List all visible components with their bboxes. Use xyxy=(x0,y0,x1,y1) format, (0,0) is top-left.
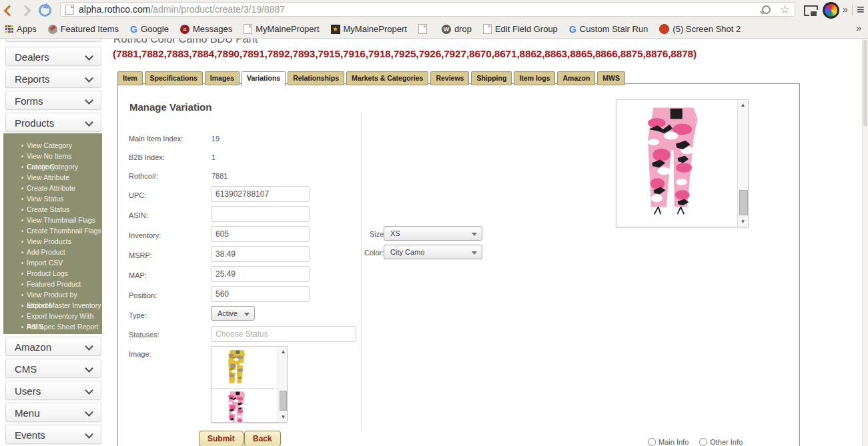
main-item-index-value: 19 xyxy=(211,135,220,143)
scrollbar-thumb[interactable] xyxy=(280,391,287,411)
sidebar-item-forms[interactable]: Forms xyxy=(5,91,101,110)
sidebar-subitem-create-status[interactable]: Create Status xyxy=(3,204,102,215)
tab-mws[interactable]: MWS xyxy=(597,71,625,85)
page-scrollbar[interactable] xyxy=(862,39,868,446)
tab-variations[interactable]: Variations xyxy=(242,71,286,87)
scroll-down-icon[interactable]: ▼ xyxy=(278,414,288,420)
bookmark-label: drop xyxy=(454,24,472,34)
bookmark-apps[interactable]: Apps xyxy=(5,24,37,34)
sidebar-subitem-view-products[interactable]: View Products xyxy=(3,236,102,247)
msrp-field[interactable] xyxy=(211,246,310,262)
profile-avatar[interactable] xyxy=(823,2,839,19)
url-bar[interactable]: alpha.rothco.com /admin/product/create/3… xyxy=(60,2,795,17)
scroll-down-icon[interactable]: ▼ xyxy=(738,219,748,225)
bookmark-featured-items[interactable]: Featured Items xyxy=(48,24,119,34)
asin-field[interactable] xyxy=(211,206,310,222)
forward-icon[interactable] xyxy=(21,7,29,15)
messages-icon: ≡ xyxy=(180,25,189,34)
type-select[interactable]: Active xyxy=(211,306,255,321)
reload-icon[interactable] xyxy=(39,4,51,17)
tab-relationships[interactable]: Relationships xyxy=(288,71,344,85)
product-image-pink-camo-pants xyxy=(635,105,712,217)
bookmark-mymaineproperty-1[interactable]: MyMainePropert xyxy=(244,24,319,34)
google-g-icon: G xyxy=(130,24,137,35)
image-scrollbar[interactable]: ▲ ▼ xyxy=(737,100,748,227)
sidebar-subitem-view-no-items-category[interactable]: View No Items Category xyxy=(3,151,102,161)
radio-icon[interactable] xyxy=(648,438,656,446)
sidebar-item-dealers[interactable]: Dealers xyxy=(5,47,101,66)
sidebar-item-users[interactable]: Users xyxy=(5,381,101,400)
back-icon[interactable] xyxy=(5,7,13,15)
back-button[interactable]: Back xyxy=(244,431,281,446)
sidebar-subitem-view-thumbnail-flags[interactable]: View Thumbnail Flags xyxy=(3,215,102,225)
url-path: /admin/product/create/3/19/8887 xyxy=(150,4,285,15)
main-info-option[interactable]: Main Info xyxy=(648,438,689,446)
cast-icon[interactable] xyxy=(804,5,818,16)
sidebar-subitem-pdf-spec-sheet-report[interactable]: Pdf Spec Sheet Report xyxy=(3,321,102,332)
size-select[interactable]: XS xyxy=(384,226,482,241)
map-label: MAP: xyxy=(129,271,147,279)
bookmarks-overflow-icon[interactable]: » xyxy=(856,23,861,33)
tab-images[interactable]: Images xyxy=(205,71,240,85)
bookmark-google[interactable]: G Google xyxy=(130,24,169,35)
sidebar-subitem-view-product-by-attribute[interactable]: View Product by attribute xyxy=(3,289,102,300)
sidebar-item-cms[interactable]: CMS xyxy=(5,359,101,378)
bookmark-custom-stair-run[interactable]: G Custom Stair Run xyxy=(569,24,648,35)
sidebar-item-products[interactable]: Products xyxy=(5,113,101,132)
sidebar-subitem-view-category[interactable]: View Category xyxy=(3,140,102,151)
yellow-camo-pants-thumbnail[interactable] xyxy=(224,349,250,387)
tab-item-logs[interactable]: Item logs xyxy=(514,71,555,85)
sidebar-item-amazon[interactable]: Amazon xyxy=(5,337,101,356)
upc-field[interactable] xyxy=(211,186,310,202)
tab-markets-categories[interactable]: Markets & Categories xyxy=(346,71,428,85)
search-icon[interactable] xyxy=(762,5,771,14)
sidebar-subitem-export-inventory-with-asin[interactable]: Export Inventory With ASIN xyxy=(3,311,102,321)
tab-item[interactable]: Item xyxy=(117,71,143,85)
sidebar-subitem-view-status[interactable]: View Status xyxy=(3,193,102,204)
bookmark-drop[interactable]: W drop xyxy=(442,24,472,34)
map-field[interactable] xyxy=(211,266,310,282)
toolbar-divider xyxy=(852,5,853,15)
sidebar-subitem-create-category[interactable]: Create Category xyxy=(3,161,102,172)
statuses-field[interactable] xyxy=(211,326,356,342)
extensions-overflow-icon[interactable]: » xyxy=(843,4,848,15)
sidebar-subitem-featured-product[interactable]: Featured Product xyxy=(3,279,102,289)
bookmark-star-icon[interactable]: ☆ xyxy=(780,4,790,15)
info-radio-group: Main Info Other Info xyxy=(648,438,743,446)
sidebar-item-reports[interactable]: Reports xyxy=(5,69,101,88)
other-info-option[interactable]: Other Info xyxy=(699,438,743,446)
bookmark-edit-field-group[interactable]: Edit Field Group xyxy=(483,24,558,34)
tab-specifications[interactable]: Specifications xyxy=(145,71,203,85)
sidebar-subitem-export-master-inventory[interactable]: Export Master Inventory xyxy=(3,300,102,311)
sidebar-subitem-product-logs[interactable]: Product Logs xyxy=(3,268,102,279)
color-select[interactable]: City Camo xyxy=(384,245,482,259)
position-field[interactable] xyxy=(211,286,310,302)
tab-amazon[interactable]: Amazon xyxy=(557,71,595,85)
inventory-field[interactable] xyxy=(211,226,310,242)
scroll-up-icon[interactable]: ▲ xyxy=(738,102,748,108)
submit-button[interactable]: Submit xyxy=(199,431,244,446)
star-favicon-icon: ★ xyxy=(331,25,340,34)
picker-scrollbar[interactable]: ▲ ▼ xyxy=(278,347,287,422)
sidebar-item-menu[interactable]: Menu xyxy=(5,403,101,422)
bookmark-label: Google xyxy=(141,24,169,34)
scrollbar-thumb[interactable] xyxy=(863,40,867,127)
scrollbar-thumb[interactable] xyxy=(739,190,748,215)
bookmark-screen-shot[interactable]: (5) Screen Shot 2 xyxy=(659,24,741,34)
scroll-up-icon[interactable]: ▲ xyxy=(278,349,288,355)
sidebar-subitem-add-product[interactable]: Add Product xyxy=(3,247,102,257)
sidebar-subitem-create-thumbnail-flags[interactable]: Create Thumbnail Flags xyxy=(3,225,102,236)
radio-icon[interactable] xyxy=(699,438,707,446)
b2b-index-value: 1 xyxy=(211,153,215,161)
bookmark-messages[interactable]: ≡ Messages xyxy=(180,24,232,34)
bookmark-untitled[interactable] xyxy=(418,24,430,34)
sidebar-subitem-view-attribute[interactable]: View Attribute xyxy=(3,172,102,183)
tab-reviews[interactable]: Reviews xyxy=(430,71,469,85)
bookmark-mymaineproperty-2[interactable]: ★ MyMainePropert xyxy=(331,24,407,34)
sidebar-item-events[interactable]: Events xyxy=(5,425,101,444)
pink-camo-pants-thumbnail[interactable] xyxy=(224,391,250,423)
sidebar-subitem-import-csv[interactable]: Import CSV xyxy=(3,257,102,268)
menu-icon[interactable]: ≡ xyxy=(857,3,865,16)
sidebar-subitem-create-attribute[interactable]: Create Attribute xyxy=(3,183,102,193)
tab-shipping[interactable]: Shipping xyxy=(471,71,512,85)
